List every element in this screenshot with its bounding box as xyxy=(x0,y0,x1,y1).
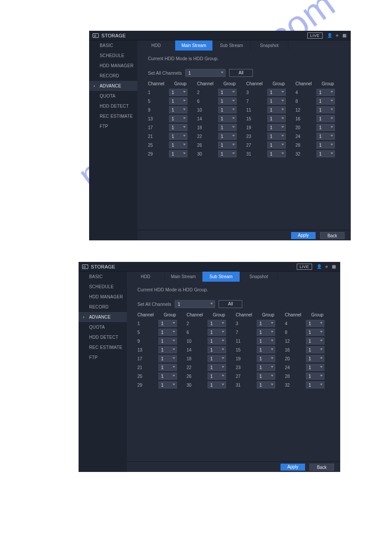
group-select[interactable]: 1 xyxy=(208,337,226,345)
group-select[interactable]: 1 xyxy=(306,381,324,388)
group-select[interactable]: 1 xyxy=(169,133,187,140)
group-select[interactable]: 1 xyxy=(257,381,275,388)
sidebar-item-hdd-detect[interactable]: HDD DETECT xyxy=(79,332,127,342)
group-select[interactable]: 1 xyxy=(218,124,237,131)
group-select[interactable]: 1 xyxy=(267,124,286,131)
set-all-select[interactable]: 1 xyxy=(185,69,226,77)
sidebar-item-rec-estimate[interactable]: REC ESTIMATE xyxy=(89,111,137,121)
tab-hdd[interactable]: HDD xyxy=(127,272,165,282)
sidebar-item-record[interactable]: RECORD xyxy=(79,302,127,312)
group-select[interactable]: 1 xyxy=(316,115,335,122)
sidebar-item-ftp[interactable]: FTP xyxy=(89,121,137,131)
apply-button[interactable]: Apply xyxy=(281,464,305,471)
group-select[interactable]: 1 xyxy=(208,346,226,353)
group-select[interactable]: 1 xyxy=(267,133,286,140)
group-select[interactable]: 1 xyxy=(158,320,177,327)
group-select[interactable]: 1 xyxy=(218,106,237,113)
group-select[interactable]: 1 xyxy=(208,355,226,362)
group-select[interactable]: 1 xyxy=(316,133,335,140)
tab-main-stream[interactable]: Main Stream xyxy=(175,40,213,51)
all-button[interactable]: All xyxy=(219,300,242,308)
group-select[interactable]: 1 xyxy=(158,381,177,388)
user-icon[interactable]: 👤 xyxy=(316,264,322,269)
group-select[interactable]: 1 xyxy=(306,320,324,327)
sidebar-item-quota[interactable]: QUOTA xyxy=(89,91,137,101)
group-select[interactable]: 1 xyxy=(169,98,187,105)
group-select[interactable]: 1 xyxy=(158,364,177,371)
group-select[interactable]: 1 xyxy=(257,373,275,380)
grid-icon[interactable]: ▦ xyxy=(342,33,346,38)
all-button[interactable]: All xyxy=(229,69,253,77)
sidebar-item-rec-estimate[interactable]: REC ESTIMATE xyxy=(79,342,127,352)
tab-sub-stream[interactable]: Sub Stream xyxy=(213,40,251,51)
group-select[interactable]: 1 xyxy=(218,150,237,157)
tab-snapshot[interactable]: Snapshot xyxy=(240,272,278,282)
sidebar-item-basic[interactable]: BASIC xyxy=(79,272,127,282)
group-select[interactable]: 1 xyxy=(208,373,226,380)
apply-button[interactable]: Apply xyxy=(291,232,316,239)
group-select[interactable]: 1 xyxy=(208,320,226,327)
group-select[interactable]: 1 xyxy=(158,346,177,353)
sidebar-item-hdd-detect[interactable]: HDD DETECT xyxy=(89,101,137,111)
group-select[interactable]: 1 xyxy=(306,337,324,345)
group-select[interactable]: 1 xyxy=(158,373,177,380)
sidebar-item-quota[interactable]: QUOTA xyxy=(79,322,127,332)
sidebar-item-ftp[interactable]: FTP xyxy=(79,352,127,363)
sidebar-item-record[interactable]: RECORD xyxy=(89,71,137,81)
tab-sub-stream[interactable]: Sub Stream xyxy=(202,272,240,282)
group-select[interactable]: 1 xyxy=(257,320,275,327)
group-select[interactable]: 1 xyxy=(208,381,226,388)
group-select[interactable]: 1 xyxy=(267,141,286,149)
group-select[interactable]: 1 xyxy=(257,329,275,336)
group-select[interactable]: 1 xyxy=(169,141,187,149)
group-select[interactable]: 1 xyxy=(316,106,335,113)
sidebar-item-schedule[interactable]: SCHEDULE xyxy=(79,282,127,292)
group-select[interactable]: 1 xyxy=(257,337,275,345)
group-select[interactable]: 1 xyxy=(169,115,187,122)
group-select[interactable]: 1 xyxy=(267,98,286,105)
group-select[interactable]: 1 xyxy=(306,373,324,380)
tab-main-stream[interactable]: Main Stream xyxy=(165,272,202,282)
group-select[interactable]: 1 xyxy=(169,124,187,131)
group-select[interactable]: 1 xyxy=(316,124,335,131)
sidebar-item-hdd-manager[interactable]: HDD MANAGER xyxy=(89,61,137,71)
logout-icon[interactable]: ⎆ xyxy=(336,33,338,38)
grid-icon[interactable]: ▦ xyxy=(332,264,336,269)
back-button[interactable]: Back xyxy=(309,464,334,471)
group-select[interactable]: 1 xyxy=(306,355,324,362)
group-select[interactable]: 1 xyxy=(208,329,226,336)
group-select[interactable]: 1 xyxy=(316,98,335,105)
logout-icon[interactable]: ⎆ xyxy=(325,264,328,269)
group-select[interactable]: 1 xyxy=(218,98,237,105)
group-select[interactable]: 1 xyxy=(267,150,286,157)
group-select[interactable]: 1 xyxy=(267,89,286,96)
group-select[interactable]: 1 xyxy=(169,89,187,96)
group-select[interactable]: 1 xyxy=(257,346,275,353)
group-select[interactable]: 1 xyxy=(316,150,335,157)
group-select[interactable]: 1 xyxy=(158,337,177,345)
group-select[interactable]: 1 xyxy=(316,141,335,149)
group-select[interactable]: 1 xyxy=(257,364,275,371)
sidebar-item-schedule[interactable]: SCHEDULE xyxy=(89,51,137,61)
group-select[interactable]: 1 xyxy=(169,106,187,113)
tab-hdd[interactable]: HDD xyxy=(137,40,175,51)
group-select[interactable]: 1 xyxy=(218,115,237,122)
group-select[interactable]: 1 xyxy=(218,89,237,96)
set-all-select[interactable]: 1 xyxy=(175,300,215,308)
sidebar-item-advance[interactable]: ADVANCE xyxy=(89,81,137,91)
group-select[interactable]: 1 xyxy=(169,150,187,157)
group-select[interactable]: 1 xyxy=(158,329,177,336)
group-select[interactable]: 1 xyxy=(306,364,324,371)
user-icon[interactable]: 👤 xyxy=(327,33,332,38)
sidebar-item-advance[interactable]: ADVANCE xyxy=(79,312,127,322)
group-select[interactable]: 1 xyxy=(306,329,324,336)
sidebar-item-hdd-manager[interactable]: HDD MANAGER xyxy=(79,292,127,302)
group-select[interactable]: 1 xyxy=(267,115,286,122)
group-select[interactable]: 1 xyxy=(306,346,324,353)
group-select[interactable]: 1 xyxy=(158,355,177,362)
sidebar-item-basic[interactable]: BASIC xyxy=(89,40,137,51)
tab-snapshot[interactable]: Snapshot xyxy=(251,40,288,51)
group-select[interactable]: 1 xyxy=(208,364,226,371)
group-select[interactable]: 1 xyxy=(218,141,237,149)
group-select[interactable]: 1 xyxy=(267,106,286,113)
